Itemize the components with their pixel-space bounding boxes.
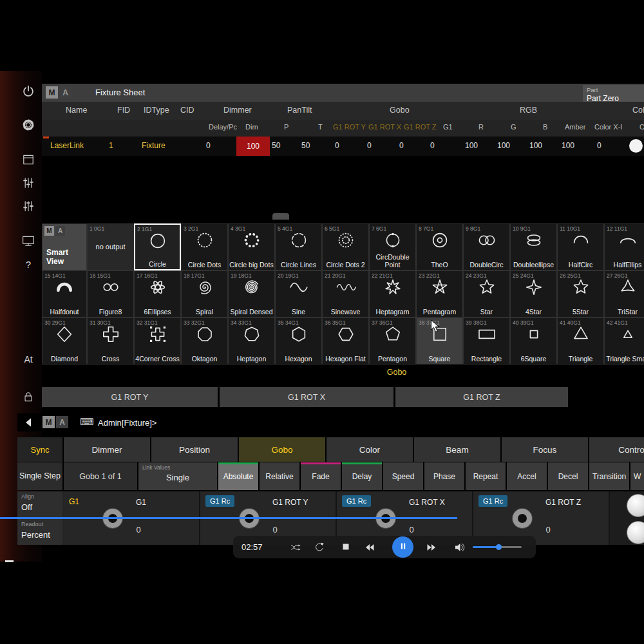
gobo-cell-rectangle[interactable]: 39 38G1Rectangle [463,317,510,365]
gobo-cell-5star[interactable]: 26 25G15Star [557,270,604,317]
accel-button[interactable]: Accel [507,462,547,490]
button-g1-rot-x[interactable]: G1 ROT X [220,387,393,407]
single-step-button[interactable]: Single Step [17,462,62,490]
speed-button[interactable]: Speed [383,462,423,490]
encoder-key[interactable]: G1 Rc [205,495,234,507]
tab-dimmer[interactable]: Dimmer [64,437,150,462]
lock-button[interactable] [19,388,38,408]
gobo-cell-pentagon[interactable]: 37 36G1Pentagon [369,317,416,365]
gobo-cell-circle-dots-2[interactable]: 6 5G1Circle Dots 2 [322,223,369,270]
gobo-cell-hexagon[interactable]: 35 34G1Hexagon [275,317,322,365]
gobo-cell-6square[interactable]: 40 39G16Square [510,317,557,365]
repeat-icon[interactable] [313,541,326,554]
w-button[interactable]: W [630,462,644,490]
gobo-cell-triangle-small[interactable]: 42 41G1Triangle Small [604,317,644,365]
sync-button[interactable]: Sync [17,437,62,462]
gobo-cell-halfdonut[interactable]: 15 14G1Halfdonut [42,270,87,317]
tab-color[interactable]: Color [327,437,413,462]
setup-button[interactable] [19,117,38,136]
tab-control[interactable]: Control [589,437,644,462]
gobo-cell-doublecirc[interactable]: 9 8G1DoubleCirc [463,223,510,270]
volume-slider[interactable] [473,546,522,548]
fader-view-button[interactable] [19,175,38,194]
tab-position[interactable]: Position [151,437,238,462]
gobo-cell-star[interactable]: 24 23G1Star [463,270,510,317]
power-button[interactable] [19,83,38,102]
gobo-cell-circle[interactable]: 2 1G1Circle [134,223,181,270]
fixture-row-laserlink[interactable]: 100 LaserLink1Fixture0505000001001001001… [42,137,644,156]
readout-button[interactable]: Readout Percent [17,519,62,545]
relative-button[interactable]: Relative [260,462,299,490]
encoder-key[interactable]: G1 Rc [478,495,507,507]
help-button[interactable]: ? [19,259,38,270]
volume-knob[interactable] [496,544,502,550]
phase-button[interactable]: Phase [424,462,464,490]
fade-button[interactable]: Fade [301,462,341,490]
gobo-cell-diamond[interactable]: 30 29G1Diamond [42,317,87,365]
gobo-cell-figure8[interactable]: 16 15G1Figure8 [87,270,134,317]
view-panel-button[interactable] [19,151,38,171]
at-button[interactable]: At [19,354,38,365]
gobo-page-indicator[interactable]: Gobo 1 of 1 [64,462,137,490]
encoder-wheel[interactable] [627,494,644,517]
sheet-resize-handle[interactable] [272,213,289,220]
gobo-cell-oktagon[interactable]: 33 32G1Oktagon [181,317,228,365]
rewind-button[interactable] [363,541,376,554]
gobo-cell-4star[interactable]: 25 24G14Star [510,270,557,317]
gobo-cell-circle-dots[interactable]: 3 2G1Circle Dots [181,223,228,270]
command-prompt[interactable]: Admin[Fixture]> [98,418,156,428]
gobo-cell-4corner-cross[interactable]: 32 31G14Corner Cross [134,317,181,365]
gobo-cell-circle-lines[interactable]: 5 4G1Circle Lines [275,223,322,270]
transition-button[interactable]: Transition [589,462,629,490]
align-button[interactable]: Align Off [17,491,62,519]
gobo-cell-6ellipses[interactable]: 17 16G16Ellipses [134,270,181,317]
gobo-cell-spiral[interactable]: 18 17G1Spiral [181,270,228,317]
tab-beam[interactable]: Beam [414,437,500,462]
keyboard-icon[interactable]: ⌨ [80,416,94,428]
command-line[interactable]: M A ⌨ Admin[Fixture]> [17,413,644,431]
gobo-cell-sinewave[interactable]: 21 20G1Sinewave [322,270,369,317]
forward-button[interactable] [425,541,438,554]
gobo-cell-heptagram[interactable]: 22 21G1Heptagram [369,270,416,317]
absolute-button[interactable]: Absolute [218,462,258,490]
gobo-cell-circdouble-point[interactable]: 7 6G1CircDouble Point [369,223,416,270]
video-progress-bar[interactable] [0,517,457,519]
volume-icon[interactable] [453,541,466,554]
link-values-button[interactable]: Link Values Single [138,462,217,490]
gobo-cell-heptagon[interactable]: 34 33G1Heptagon [228,317,275,365]
encoder-key[interactable]: G1 [69,497,79,506]
shuffle-icon[interactable] [290,541,303,554]
display-button[interactable] [19,232,38,252]
gobo-cell-hexagon-flat[interactable]: 36 35G1Hexagon Flat [322,317,369,365]
gobo-cell-tristar[interactable]: 27 26G1TriStar [604,270,644,317]
decel-button[interactable]: Decel [548,462,588,490]
gobo-cell-no-output[interactable]: 1 0G1no output [87,223,134,270]
button-g1-rot-y[interactable]: G1 ROT Y [42,387,218,407]
pause-button[interactable] [392,536,413,558]
fixture-sheet-titlebar[interactable]: M A Fixture Sheet Part Part Zero [42,84,644,102]
encoder-key[interactable]: G1 Rc [342,495,371,507]
gobo-cell-sine[interactable]: 20 19G1Sine [275,270,322,317]
encoder-knob[interactable] [513,509,532,528]
gobo-cell-spiral-densed[interactable]: 19 18G1Spiral Densed [228,270,275,317]
tab-gobo[interactable]: Gobo [239,437,325,462]
sine-icon [289,277,309,300]
encoder-label: G1 ROT Y [272,498,308,507]
repeat-button[interactable]: Repeat [466,462,506,490]
channel-view-button[interactable] [19,198,38,217]
gobo-cell-halfellips[interactable]: 12 11G1HalfEllips [604,223,644,270]
gobo-cell-pentagram[interactable]: 23 22G1Pentagram [416,270,463,317]
back-icon[interactable] [23,416,35,431]
gobo-cell-triangle[interactable]: 41 40G1Triangle [557,317,604,365]
gobo-cell-halfcirc[interactable]: 11 10G1HalfCirc [557,223,604,270]
stop-button[interactable] [340,541,353,554]
gobo-cell-circle-big-dots[interactable]: 4 3G1Circle big Dots [228,223,275,270]
gobo-cell-cross[interactable]: 31 30G1Cross [87,317,134,365]
gobo-cell-theo[interactable]: 8 7G1TheO [416,223,463,270]
encoder-wheel[interactable] [627,521,644,544]
tab-focus[interactable]: Focus [502,437,588,462]
smart-view-header[interactable]: M A Smart View [42,223,87,270]
gobo-cell-doubleellipse[interactable]: 10 9G1Doubleellipse [510,223,557,270]
delay-button[interactable]: Delay [342,462,382,490]
button-g1-rot-z[interactable]: G1 ROT Z [395,387,568,407]
